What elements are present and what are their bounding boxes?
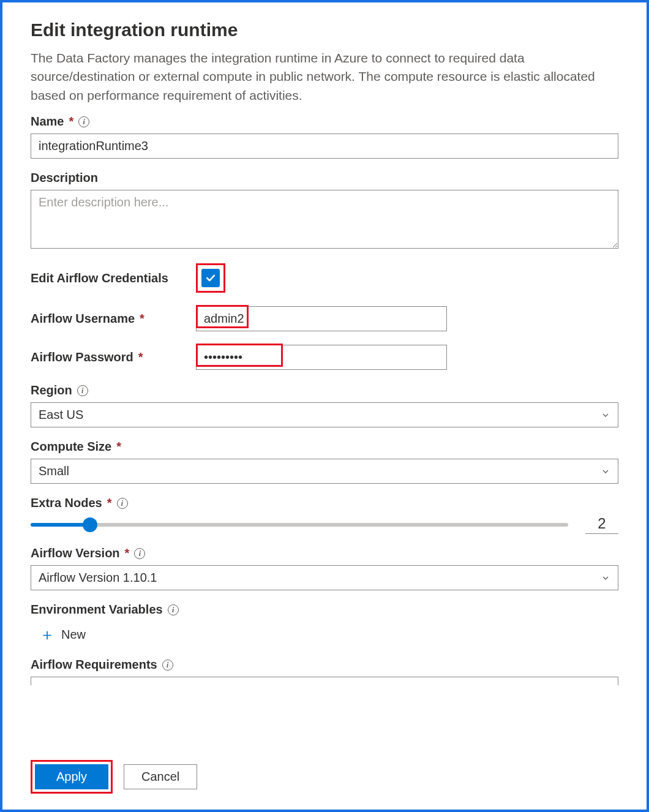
compute-size-select[interactable]: Small — [31, 459, 618, 484]
chevron-down-icon — [601, 467, 610, 476]
info-icon[interactable]: i — [117, 498, 128, 509]
chevron-down-icon — [601, 573, 610, 583]
airflow-password-label: Airflow Password — [31, 350, 133, 364]
required-indicator: * — [116, 440, 121, 454]
description-textarea[interactable] — [31, 190, 618, 249]
extra-nodes-slider[interactable] — [31, 523, 568, 527]
compute-size-value: Small — [39, 464, 69, 478]
footer-actions: Apply Cancel — [31, 760, 197, 794]
airflow-version-select[interactable]: Airflow Version 1.10.1 — [31, 565, 618, 590]
airflow-version-value: Airflow Version 1.10.1 — [39, 571, 157, 585]
chevron-down-icon — [601, 410, 610, 420]
airflow-version-label: Airflow Version — [31, 546, 120, 560]
highlight-box: Apply — [31, 760, 113, 794]
slider-thumb[interactable] — [83, 517, 97, 532]
region-select[interactable]: East US — [31, 402, 618, 427]
required-indicator: * — [69, 115, 73, 129]
name-input — [31, 133, 618, 159]
compute-size-label: Compute Size — [31, 440, 111, 454]
airflow-username-label: Airflow Username — [31, 312, 135, 326]
required-indicator: * — [138, 350, 143, 364]
airflow-password-input[interactable] — [196, 345, 447, 370]
new-env-var-label: New — [61, 628, 86, 642]
plus-icon: ＋ — [39, 624, 55, 645]
airflow-username-input[interactable] — [196, 306, 447, 331]
description-label: Description — [31, 171, 98, 185]
checkmark-icon — [204, 272, 217, 284]
new-env-var-button[interactable]: ＋ New — [31, 622, 618, 645]
required-indicator: * — [140, 312, 144, 326]
airflow-requirements-box[interactable] — [31, 677, 618, 685]
edit-airflow-credentials-label: Edit Airflow Credentials — [31, 271, 168, 285]
required-indicator: * — [125, 546, 130, 560]
info-icon[interactable]: i — [134, 548, 145, 559]
info-icon[interactable]: i — [162, 660, 173, 671]
region-value: East US — [39, 408, 83, 422]
extra-nodes-value[interactable]: 2 — [585, 515, 618, 534]
info-icon[interactable]: i — [168, 604, 179, 615]
slider-fill — [31, 523, 90, 527]
extra-nodes-label: Extra Nodes — [31, 496, 102, 510]
edit-airflow-credentials-checkbox[interactable] — [201, 269, 220, 287]
highlight-box — [196, 263, 225, 293]
name-label: Name — [31, 115, 64, 129]
required-indicator: * — [107, 496, 112, 510]
page-subtitle: The Data Factory manages the integration… — [31, 49, 618, 105]
environment-variables-label: Environment Variables — [31, 603, 163, 617]
region-label: Region — [31, 383, 72, 397]
info-icon[interactable]: i — [77, 385, 88, 396]
airflow-requirements-label: Airflow Requirements — [31, 658, 157, 672]
info-icon[interactable]: i — [78, 116, 89, 127]
page-title: Edit integration runtime — [31, 20, 618, 40]
cancel-button[interactable]: Cancel — [124, 764, 197, 789]
edit-integration-runtime-panel: Edit integration runtime The Data Factor… — [0, 0, 649, 812]
apply-button[interactable]: Apply — [35, 764, 108, 789]
